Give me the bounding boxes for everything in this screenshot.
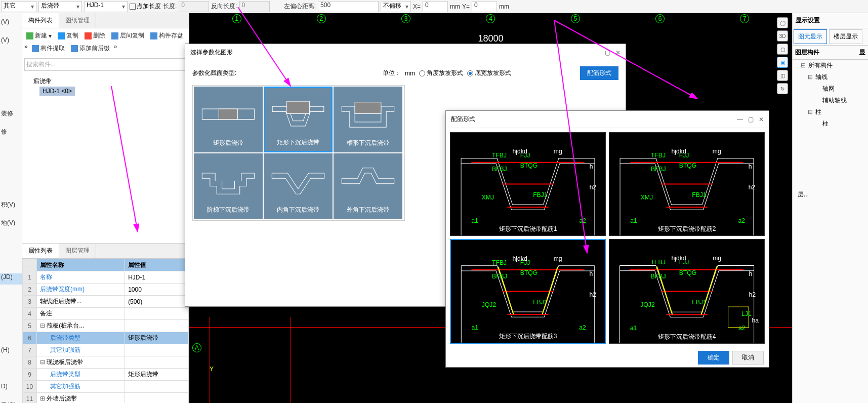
tool-view[interactable]: ◯: [777, 17, 788, 28]
svg-text:TFBJ: TFBJ: [651, 152, 666, 159]
ok-button[interactable]: 确定: [698, 351, 729, 365]
close-icon[interactable]: ✕: [759, 116, 764, 123]
checkbox-add-length[interactable]: 点加长度: [130, 2, 161, 11]
toolbar-more2[interactable]: »: [114, 43, 117, 54]
svg-text:h2: h2: [590, 291, 597, 298]
svg-line-65: [701, 267, 717, 315]
strip-item[interactable]: (JD): [0, 273, 22, 285]
strip-item[interactable]: 手(G): [0, 401, 22, 403]
svg-text:a2: a2: [738, 325, 746, 332]
tree-root[interactable]: ▾后浇带: [27, 76, 184, 87]
radio-width[interactable]: 底宽放坡形式: [467, 69, 511, 77]
new-button[interactable]: 新建▾: [24, 30, 54, 41]
tool-rotate[interactable]: ↻: [777, 83, 788, 94]
tab-property-list[interactable]: 属性列表: [22, 244, 59, 258]
property-row[interactable]: 3轴线距后浇带...(500): [23, 296, 189, 308]
top-toolbar: 其它 后浇带 HJD-1 点加长度 长度: 0 反向长度: 0 左偏心距离: 5…: [0, 0, 868, 13]
strip-item[interactable]: (V): [0, 18, 22, 29]
strip-item[interactable]: D): [0, 383, 22, 394]
property-row[interactable]: 6后浇带类型矩形后浇带: [23, 332, 189, 344]
maximize-icon[interactable]: ▢: [605, 49, 610, 56]
tab-drawing-manage[interactable]: 图纸管理: [59, 13, 96, 28]
delete-button[interactable]: 删除: [82, 30, 107, 41]
shape-option[interactable]: 内角下沉后浇带: [264, 153, 333, 219]
strip-item[interactable]: 修: [0, 128, 22, 139]
toolbar-more[interactable]: »: [24, 43, 28, 54]
dropdown-component[interactable]: 后浇带: [38, 1, 82, 12]
svg-text:FBJ1: FBJ1: [692, 299, 707, 306]
radio-angle[interactable]: 角度放坡形式: [419, 69, 463, 77]
layer-item[interactable]: 辅助轴线: [793, 95, 868, 106]
property-row[interactable]: 11⊞ 外墙后浇带: [23, 393, 189, 404]
length-label: 长度:: [163, 2, 177, 11]
svg-text:h: h: [749, 163, 752, 170]
reinforcement-option[interactable]: TFBJ BFBJ BTQG FJJ hjdkd mg a1 a2 h2 h X…: [450, 132, 606, 236]
tab-floor-display[interactable]: 楼层显示: [829, 29, 862, 44]
svg-text:h: h: [590, 270, 593, 277]
svg-rect-3: [219, 109, 237, 119]
property-row[interactable]: 10其它加强筋: [23, 381, 189, 393]
tool-cube[interactable]: ▣: [777, 57, 788, 68]
layer-item[interactable]: ⊟ 柱: [793, 106, 868, 118]
add-prefix-button[interactable]: 添加前后缀: [69, 43, 112, 54]
shape-option[interactable]: 矩形后浇带: [194, 87, 263, 152]
comp-save-button[interactable]: 构件存盘: [148, 30, 185, 41]
strip-item[interactable]: (V): [0, 36, 22, 48]
property-row[interactable]: 2后浇带宽度(mm)1000: [23, 284, 189, 296]
strip-item[interactable]: (H): [0, 346, 22, 357]
svg-text:a1: a1: [630, 217, 637, 224]
minimize-icon[interactable]: —: [737, 116, 743, 123]
shape-option[interactable]: 外角下沉后浇带: [334, 153, 402, 219]
reinforcement-option[interactable]: TFBJ BFBJ BTQG FJJ hjdkd mg a1 a2 h2 h J…: [450, 239, 606, 344]
tool-3d[interactable]: 3D: [777, 30, 788, 42]
layer-item[interactable]: ⊟ 轴线: [793, 71, 868, 83]
copy-button[interactable]: 复制: [56, 30, 80, 41]
strip-item[interactable]: 地(V): [0, 219, 22, 230]
layer-item[interactable]: 柱: [793, 118, 868, 130]
tab-component-list[interactable]: 构件列表: [22, 13, 59, 28]
panel-toolbar: 新建▾ 复制 删除 层间复制 构件存盘 » 构件提取 添加前后缀 »: [22, 28, 189, 56]
tool-box[interactable]: ▢: [777, 44, 788, 55]
view-tools: ◯ 3D ▢ ▣ ◫ ↻: [777, 17, 789, 94]
property-row[interactable]: 8⊟ 现浇板后浇带: [23, 356, 189, 369]
strip-item[interactable]: 装修: [0, 109, 22, 120]
layer-item[interactable]: 轴网: [793, 83, 868, 95]
comp-extract-button[interactable]: 构件提取: [30, 43, 67, 54]
tab-layer-manage[interactable]: 图层管理: [59, 244, 96, 258]
property-row[interactable]: 7其它加强筋: [23, 344, 189, 356]
search-input[interactable]: 搜索构件...: [24, 58, 187, 71]
property-row[interactable]: 9后浇带类型矩形后浇带: [23, 369, 189, 381]
x-unit: mm: [450, 3, 460, 10]
reinforcement-option[interactable]: TFBJ BFBJ BTQG FJJ hjdkd mg a1 a2 h2 h X…: [609, 132, 765, 236]
strip-item[interactable]: 积(V): [0, 200, 22, 212]
reinforcement-button[interactable]: 配筋形式: [580, 66, 618, 80]
tree-leaf[interactable]: HJD-1 <0>: [39, 87, 75, 96]
maximize-icon[interactable]: ▢: [748, 116, 754, 123]
shape-option[interactable]: 矩形下沉后浇带: [264, 87, 333, 152]
close-icon[interactable]: ✕: [615, 49, 621, 56]
reinforcement-grid: TFBJ BFBJ BTQG FJJ hjdkd mg a1 a2 h2 h X…: [450, 132, 765, 344]
dropdown-category[interactable]: 其它: [1, 1, 36, 12]
dropdown-instance[interactable]: HJD-1: [84, 1, 128, 12]
x-input[interactable]: 0: [423, 1, 448, 12]
layer-copy-button[interactable]: 层间复制: [109, 30, 146, 41]
property-row[interactable]: 5⊟ 筏板(桩承台...: [23, 320, 189, 332]
y-input[interactable]: 0: [472, 1, 497, 12]
reinforcement-option[interactable]: TFBJ BFBJ BTQG FJJ hjdkd mg a1 a2 h2 h J…: [609, 239, 765, 344]
left-offset-input[interactable]: 500: [318, 1, 379, 12]
dialog1-titlebar[interactable]: 选择参数化图形 ▢ ✕: [185, 44, 626, 61]
cancel-button[interactable]: 取消: [732, 351, 764, 365]
svg-text:BFBJ: BFBJ: [651, 273, 666, 280]
property-row[interactable]: 1名称HJD-1: [23, 271, 189, 284]
svg-text:XMJ: XMJ: [641, 194, 653, 201]
reverse-length-input[interactable]: 0: [239, 1, 270, 12]
shape-option[interactable]: 阶梯下沉后浇带: [194, 153, 263, 219]
dialog2-titlebar[interactable]: 配筋形式 — ▢ ✕: [446, 111, 769, 128]
shape-option[interactable]: 槽形下沉后浇带: [334, 87, 402, 152]
property-row[interactable]: 4备注: [23, 308, 189, 320]
layer-item[interactable]: ⊟ 所有构件: [793, 60, 868, 71]
tab-element-display[interactable]: 图元显示: [794, 29, 827, 44]
length-input[interactable]: 0: [179, 1, 209, 12]
tool-select[interactable]: ◫: [777, 70, 788, 81]
offset-type-dropdown[interactable]: 不偏移: [381, 1, 411, 12]
